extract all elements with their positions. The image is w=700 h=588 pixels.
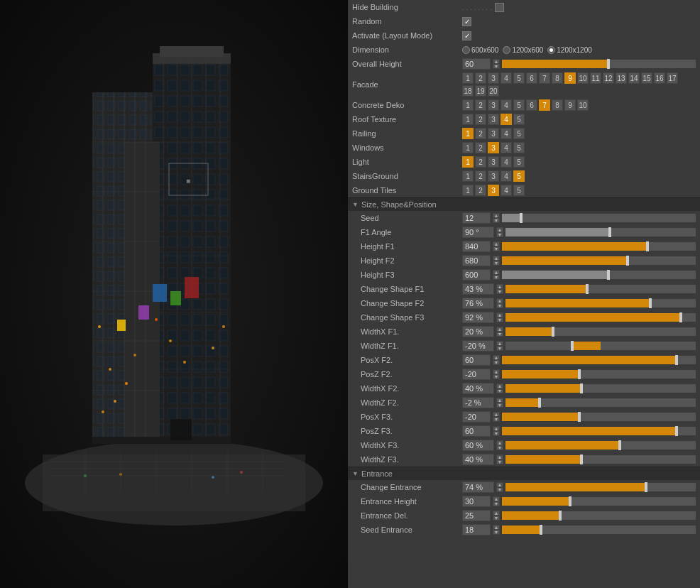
change-shape-f3-slider[interactable]: [505, 313, 696, 322]
posz-f3-up[interactable]: ▲: [493, 426, 500, 431]
concrete-5[interactable]: 5: [513, 99, 525, 111]
overall-height-slider[interactable]: [502, 60, 696, 68]
seed-entrance-input[interactable]: [462, 524, 491, 535]
widthz-f3-input[interactable]: [462, 454, 494, 465]
roof-2[interactable]: 2: [475, 114, 486, 125]
change-entrance-slider[interactable]: [505, 483, 696, 491]
railing-4[interactable]: 4: [501, 128, 512, 139]
dimension-1200x600[interactable]: 1200x600: [503, 46, 543, 54]
widthx-f1-slider[interactable]: [505, 327, 696, 336]
facade-17[interactable]: 17: [667, 72, 678, 84]
facade-14[interactable]: 14: [628, 72, 640, 84]
facade-6[interactable]: 6: [526, 72, 537, 84]
roof-1[interactable]: 1: [462, 114, 474, 125]
seed-up[interactable]: ▲: [493, 213, 500, 218]
concrete-8[interactable]: 8: [552, 99, 563, 111]
facade-19[interactable]: 19: [475, 85, 486, 97]
concrete-4[interactable]: 4: [501, 99, 512, 111]
posz-f2-slider[interactable]: [502, 370, 696, 379]
change-shape-f3-up[interactable]: ▲: [496, 312, 503, 317]
railing-1[interactable]: 1: [462, 128, 474, 139]
height-f3-input[interactable]: [462, 269, 491, 281]
light-3[interactable]: 3: [488, 156, 499, 168]
concrete-1[interactable]: 1: [462, 99, 474, 111]
change-shape-f2-slider[interactable]: [505, 299, 696, 307]
windows-4[interactable]: 4: [501, 142, 512, 153]
light-5[interactable]: 5: [513, 156, 525, 168]
widthz-f3-down[interactable]: ▼: [496, 459, 503, 464]
f1-angle-down[interactable]: ▼: [496, 232, 503, 237]
facade-15[interactable]: 15: [641, 72, 652, 84]
posx-f3-slider[interactable]: [502, 413, 696, 421]
seed-entrance-up[interactable]: ▲: [493, 525, 500, 530]
roof-3[interactable]: 3: [488, 114, 499, 125]
posz-f2-up[interactable]: ▲: [493, 369, 500, 374]
seed-entrance-slider[interactable]: [502, 526, 696, 534]
facade-7[interactable]: 7: [539, 72, 550, 84]
widthz-f1-down[interactable]: ▼: [496, 346, 503, 351]
facade-11[interactable]: 11: [590, 72, 601, 84]
height-f3-down[interactable]: ▼: [493, 275, 500, 280]
roof-5[interactable]: 5: [513, 114, 525, 125]
windows-5[interactable]: 5: [513, 142, 525, 153]
random-checkbox[interactable]: [462, 17, 471, 26]
entrance-section[interactable]: ▼ Entrance: [348, 467, 700, 480]
facade-5[interactable]: 5: [513, 72, 525, 84]
posz-f3-input[interactable]: [462, 425, 491, 437]
height-f2-input[interactable]: [462, 255, 491, 266]
stairs-5[interactable]: 5: [513, 170, 525, 182]
widthx-f2-up[interactable]: ▲: [496, 383, 503, 388]
entrance-del-down[interactable]: ▼: [493, 516, 500, 521]
windows-3[interactable]: 3: [488, 142, 499, 153]
dimension-1200x1200[interactable]: 1200x1200: [547, 46, 592, 54]
entrance-height-down[interactable]: ▼: [493, 501, 500, 506]
light-4[interactable]: 4: [501, 156, 512, 168]
height-f2-slider[interactable]: [502, 256, 696, 265]
seed-entrance-down[interactable]: ▼: [493, 530, 500, 535]
entrance-height-input[interactable]: [462, 496, 491, 507]
railing-5[interactable]: 5: [513, 128, 525, 139]
posx-f2-down[interactable]: ▼: [493, 360, 500, 365]
seed-input[interactable]: [462, 212, 491, 224]
widthx-f1-up[interactable]: ▲: [496, 327, 503, 332]
stairs-1[interactable]: 1: [462, 170, 474, 182]
f1-angle-input[interactable]: [462, 227, 494, 238]
widthx-f1-down[interactable]: ▼: [496, 332, 503, 337]
widthz-f2-up[interactable]: ▲: [496, 398, 503, 403]
change-shape-f3-input[interactable]: [462, 312, 494, 323]
light-2[interactable]: 2: [475, 156, 486, 168]
change-entrance-input[interactable]: [462, 481, 494, 493]
posx-f3-down[interactable]: ▼: [493, 417, 500, 422]
facade-12[interactable]: 12: [603, 72, 614, 84]
facade-20[interactable]: 20: [488, 85, 499, 97]
ground-4[interactable]: 4: [501, 185, 512, 196]
posx-f3-input[interactable]: [462, 411, 491, 423]
widthz-f1-slider[interactable]: [505, 342, 696, 350]
overall-height-up[interactable]: ▲: [493, 59, 500, 64]
railing-3[interactable]: 3: [488, 128, 499, 139]
windows-1[interactable]: 1: [462, 142, 474, 153]
entrance-del-input[interactable]: [462, 510, 491, 521]
change-shape-f1-up[interactable]: ▲: [496, 284, 503, 289]
widthx-f3-up[interactable]: ▲: [496, 440, 503, 445]
posz-f3-slider[interactable]: [502, 427, 696, 435]
widthz-f2-input[interactable]: [462, 397, 494, 408]
widthx-f3-input[interactable]: [462, 440, 494, 451]
widthx-f3-down[interactable]: ▼: [496, 445, 503, 450]
widthx-f2-down[interactable]: ▼: [496, 388, 503, 393]
entrance-del-up[interactable]: ▲: [493, 511, 500, 516]
railing-2[interactable]: 2: [475, 128, 486, 139]
change-shape-f2-up[interactable]: ▲: [496, 298, 503, 303]
entrance-del-slider[interactable]: [502, 511, 696, 520]
widthz-f1-input[interactable]: [462, 340, 494, 352]
facade-8[interactable]: 8: [552, 72, 563, 84]
posx-f3-up[interactable]: ▲: [493, 412, 500, 417]
light-1[interactable]: 1: [462, 156, 474, 168]
concrete-7[interactable]: 7: [539, 99, 550, 111]
height-f1-up[interactable]: ▲: [493, 241, 500, 246]
widthx-f1-input[interactable]: [462, 326, 494, 337]
facade-3[interactable]: 3: [488, 72, 499, 84]
activate-layout-checkbox[interactable]: [462, 31, 471, 40]
height-f3-up[interactable]: ▲: [493, 270, 500, 275]
height-f2-up[interactable]: ▲: [493, 256, 500, 261]
